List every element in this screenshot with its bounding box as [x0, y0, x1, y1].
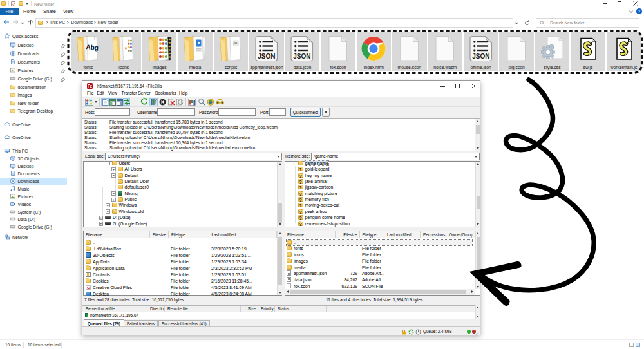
svg-text:JSON: JSON — [258, 53, 275, 60]
svg-text:JSON: JSON — [472, 53, 489, 60]
svg-text:JSON: JSON — [294, 53, 311, 60]
svg-text:Abg: Abg — [86, 43, 99, 51]
